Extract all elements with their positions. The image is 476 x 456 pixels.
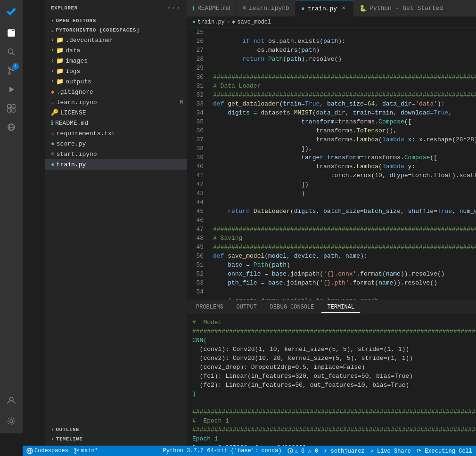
sidebar-item-logs[interactable]: › 📁 logs	[45, 66, 187, 76]
panel-tab-output[interactable]: OUTPUT	[231, 302, 263, 313]
panel-tab-terminal[interactable]: TERMINAL	[321, 302, 360, 313]
vscode-logo	[3, 4, 20, 21]
breadcrumb-symbol[interactable]: save_model	[237, 19, 271, 25]
python-icon: ●	[51, 140, 55, 147]
status-bar-right: Python 3.7.7 64-bit ('base': conda) ⚠ 0 …	[163, 448, 472, 455]
sidebar-item-devcontainer[interactable]: › 📁 .devcontainer	[45, 35, 187, 45]
chevron-right-icon: ›	[51, 427, 54, 432]
sidebar-item-data[interactable]: › 📁 data	[45, 45, 187, 56]
svg-point-18	[75, 452, 76, 454]
breadcrumb-symbol-icon: ◈	[232, 18, 235, 25]
python-tab-icon: ●	[301, 5, 305, 12]
sidebar-item-requirements[interactable]: ≡ requirements.txt	[45, 128, 187, 138]
python-file-icon: ●	[51, 161, 55, 168]
terminal-content[interactable]: # Model # ##############################…	[187, 314, 476, 446]
tab-learn-ipynb[interactable]: ≡ learn.ipynb	[237, 0, 295, 16]
more-actions-icon[interactable]: ···	[167, 4, 181, 12]
svg-point-4	[8, 73, 10, 74]
svg-rect-10	[8, 109, 11, 112]
file-icon: ≡	[51, 130, 55, 137]
sidebar-item-learn-ipynb[interactable]: ≡ learn.ipynb M	[45, 97, 187, 107]
svg-point-1	[8, 49, 13, 54]
live-share-status[interactable]: ↗ Live Share	[370, 448, 411, 455]
status-bar: Codespaces main* Python 3.7.7 64-bit ('b…	[23, 446, 476, 456]
source-control-icon[interactable]: 1	[3, 62, 20, 79]
chevron-right-icon: ›	[51, 18, 54, 24]
svg-point-16	[10, 420, 13, 423]
timeline-section[interactable]: › TIMELINE	[45, 434, 187, 444]
errors-warnings-status[interactable]: ⚠ 0 △ 0	[287, 448, 318, 455]
code-editor[interactable]: 25262728 29303132 33343536 37383940 4142…	[187, 28, 476, 300]
panel: PROBLEMS OUTPUT DEBUG CONSOLE TERMINAL #…	[187, 300, 476, 446]
source-control-badge: 1	[12, 63, 19, 70]
git-branch-status[interactable]: main*	[74, 448, 98, 454]
breadcrumb-file-icon: ●	[192, 19, 196, 25]
explorer-icon[interactable]	[3, 24, 20, 41]
info-icon: ℹ	[51, 119, 53, 127]
python-gs-tab-icon: 🐍	[359, 5, 367, 12]
close-tab-button[interactable]: ×	[340, 5, 347, 12]
status-bar-left: Codespaces main*	[26, 448, 98, 454]
sidebar-item-images[interactable]: › 📁 images	[45, 56, 187, 66]
chevron-down-icon: ⌄	[51, 27, 54, 33]
panel-tab-debug-console[interactable]: DEBUG CONSOLE	[264, 302, 320, 313]
sidebar-outline: › OUTLINE › TIMELINE	[45, 423, 187, 446]
sidebar-item-readme[interactable]: ℹ README.md	[45, 118, 187, 128]
breadcrumb-separator: ›	[227, 19, 230, 25]
notebook-icon: ≡	[51, 151, 55, 158]
sidebar: Explorer ··· › Open Editors ⌄ PYTORCHINT…	[45, 0, 187, 446]
svg-rect-11	[12, 109, 15, 112]
panel-tab-problems[interactable]: PROBLEMS	[190, 302, 229, 313]
svg-line-2	[13, 53, 15, 56]
open-editors-section[interactable]: › Open Editors	[45, 16, 187, 25]
svg-rect-8	[8, 105, 11, 108]
editor-area: ℹ README.md ≡ learn.ipynb ● train.py × 🐍…	[187, 0, 476, 446]
folder-icon: ›	[51, 57, 54, 64]
sidebar-item-score-py[interactable]: ● score.py	[45, 138, 187, 149]
file-git-icon: ◆	[51, 88, 55, 96]
svg-point-17	[75, 448, 76, 450]
remote-icon[interactable]	[3, 119, 20, 136]
notebook-icon: ≡	[51, 99, 55, 106]
svg-point-15	[9, 397, 13, 401]
python-version-status[interactable]: Python 3.7.7 64-bit ('base': conda)	[163, 448, 282, 454]
svg-point-3	[8, 67, 10, 69]
folder-icon: ›	[51, 37, 54, 43]
sidebar-item-outputs[interactable]: › 📁 outputs	[45, 76, 187, 87]
codespaces-status[interactable]: Codespaces	[26, 448, 68, 454]
tab-bar: ℹ README.md ≡ learn.ipynb ● train.py × 🐍…	[187, 0, 476, 16]
chevron-right-icon: ›	[51, 437, 54, 442]
svg-rect-9	[12, 105, 15, 108]
notebook-tab-icon: ≡	[242, 5, 246, 12]
readme-tab-icon: ℹ	[192, 5, 195, 12]
svg-point-23	[290, 452, 290, 452]
settings-icon[interactable]	[3, 413, 20, 430]
svg-marker-7	[9, 87, 14, 92]
tab-train-py[interactable]: ● train.py ×	[295, 0, 353, 16]
executing-cell-status[interactable]: ⟳ Executing Cell	[417, 448, 472, 455]
breadcrumb-file[interactable]: train.py	[197, 19, 225, 25]
file-tree: › 📁 .devcontainer › 📁 data › 📁 images ›	[45, 35, 187, 423]
tab-python-get-started[interactable]: 🐍 Python - Get Started	[353, 0, 449, 16]
account-icon[interactable]	[3, 392, 20, 409]
panel-tab-bar: PROBLEMS OUTPUT DEBUG CONSOLE TERMINAL	[187, 300, 476, 314]
line-numbers: 25262728 29303132 33343536 37383940 4142…	[187, 28, 209, 300]
folder-icon: ›	[51, 78, 54, 85]
activity-bar: 1	[0, 0, 23, 433]
tab-readme[interactable]: ℹ README.md	[187, 0, 237, 16]
license-icon: 🔑	[51, 109, 58, 116]
modified-badge: M	[180, 99, 183, 105]
outline-section[interactable]: › OUTLINE	[45, 425, 187, 434]
folder-icon: ›	[51, 47, 54, 54]
sidebar-item-start-ipynb[interactable]: ≡ start.ipynb	[45, 149, 187, 159]
search-icon[interactable]	[3, 43, 20, 60]
code-content[interactable]: if not os.path.exists(path): os.makedirs…	[209, 28, 476, 300]
run-debug-icon[interactable]	[3, 81, 20, 98]
root-section[interactable]: ⌄ PYTORCHINTRO [CODESPACES]	[45, 25, 187, 35]
sidebar-item-train-py[interactable]: ● train.py	[45, 159, 187, 170]
sidebar-item-license[interactable]: 🔑 LICENSE	[45, 107, 187, 118]
extensions-icon[interactable]	[3, 100, 20, 117]
sidebar-header: Explorer ···	[45, 0, 187, 16]
sidebar-item-gitignore[interactable]: ◆ .gitignore	[45, 87, 187, 97]
user-status[interactable]: ⚡ sethjuarez	[324, 448, 364, 455]
